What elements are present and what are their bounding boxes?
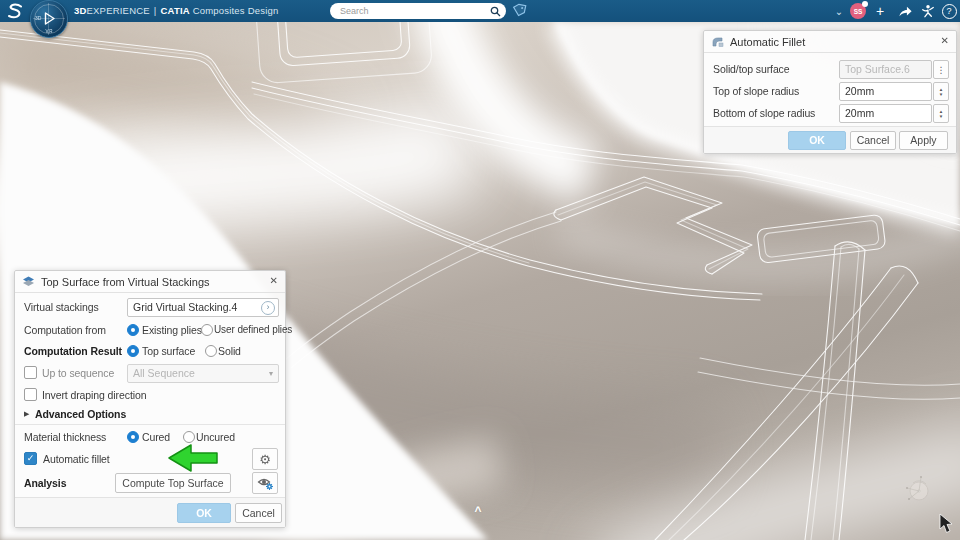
solid-top-surface-label: Solid/top surface xyxy=(713,63,790,75)
automatic-fillet-checkbox[interactable]: ✓ xyxy=(24,452,37,465)
close-icon[interactable]: ✕ xyxy=(270,275,278,286)
up-to-sequence-checkbox[interactable] xyxy=(24,366,37,379)
solid-top-surface-selector[interactable]: ⋮ xyxy=(933,60,949,79)
bottom-slope-radius-label: Bottom of slope radius xyxy=(713,107,815,119)
radio-existing-plies[interactable] xyxy=(127,324,139,336)
cured-label[interactable]: Cured xyxy=(142,431,170,443)
analysis-label: Analysis xyxy=(24,477,66,489)
cancel-button[interactable]: Cancel xyxy=(235,503,282,523)
eye-gear-icon xyxy=(257,476,274,491)
brand-app-name: Composites Design xyxy=(193,5,279,16)
compass-widget[interactable]: 3D V.R xyxy=(30,0,68,38)
spinner-down-icon[interactable]: ▼ xyxy=(939,92,943,97)
brand-catia: CATIA xyxy=(160,5,189,16)
advanced-options-expander-icon[interactable]: ▶ xyxy=(24,410,29,418)
spinner-down-icon[interactable]: ▼ xyxy=(939,114,943,119)
user-defined-plies-label[interactable]: User defined plies xyxy=(214,324,292,335)
uncured-label[interactable]: Uncured xyxy=(196,431,235,443)
close-icon[interactable]: ✕ xyxy=(941,35,949,46)
avatar-initials: SS xyxy=(854,8,863,15)
ok-button[interactable]: OK xyxy=(177,503,231,523)
help-icon[interactable]: ? xyxy=(941,0,957,22)
top-surface-dialog: Top Surface from Virtual Stackings ✕ Vir… xyxy=(14,270,286,528)
apply-button[interactable]: Apply xyxy=(899,131,948,150)
user-avatar[interactable]: SS xyxy=(850,3,866,19)
expand-actionbar-chevron-icon[interactable]: ^ xyxy=(470,504,486,518)
bottom-slope-radius-stepper[interactable]: ▲ ▼ xyxy=(933,104,949,123)
search-bar[interactable] xyxy=(330,3,506,19)
collaboration-icon[interactable] xyxy=(919,0,937,22)
app-title: 3DEXPERIENCE|CATIA Composites Design xyxy=(74,0,278,22)
chevron-down-icon[interactable]: ⌄ xyxy=(832,0,846,22)
fillet-dialog-title: Automatic Fillet xyxy=(730,36,805,48)
sequence-dropdown[interactable]: All Sequence ▾ xyxy=(127,364,279,383)
radio-cured[interactable] xyxy=(127,431,139,443)
virtual-stackings-value: Grid Virtual Stacking.4 xyxy=(133,301,237,313)
check-icon: ✓ xyxy=(27,453,35,463)
automatic-fillet-dialog: Automatic Fillet ✕ Solid/top surface Top… xyxy=(703,30,957,154)
computation-result-label: Computation Result xyxy=(24,345,122,357)
existing-plies-label[interactable]: Existing plies xyxy=(142,324,202,336)
top-surface-dialog-titlebar[interactable]: Top Surface from Virtual Stackings ✕ xyxy=(15,271,285,293)
green-highlight-arrow xyxy=(167,443,219,477)
brand-experience: EXPERIENCE xyxy=(87,5,150,16)
share-icon[interactable] xyxy=(896,0,914,22)
notification-dot xyxy=(862,1,868,7)
virtual-stacking-dialog-icon xyxy=(22,275,35,288)
sequence-dropdown-value: All Sequence xyxy=(133,367,195,379)
fillet-dialog-footer: OK Cancel Apply xyxy=(704,126,956,153)
invert-draping-label[interactable]: Invert draping direction xyxy=(42,389,146,401)
brand-3d: 3D xyxy=(74,5,87,16)
compass-3d-label: 3D xyxy=(35,15,41,21)
radio-top-surface[interactable] xyxy=(127,345,139,357)
search-icon[interactable] xyxy=(490,6,501,17)
top-bar: 3DEXPERIENCE|CATIA Composites Design ⌄ S… xyxy=(0,0,960,22)
invert-draping-checkbox[interactable] xyxy=(24,388,37,401)
ok-button[interactable]: OK xyxy=(788,131,846,150)
divider xyxy=(15,424,285,425)
bottom-slope-radius-field[interactable]: 20mm xyxy=(839,104,932,123)
radio-uncured[interactable] xyxy=(183,431,195,443)
analysis-display-button[interactable] xyxy=(252,472,278,494)
cancel-button[interactable]: Cancel xyxy=(850,131,896,150)
radio-solid[interactable] xyxy=(205,345,217,357)
selection-list-icon[interactable]: › xyxy=(261,301,275,315)
search-input[interactable] xyxy=(330,4,490,18)
solid-option-label[interactable]: Solid xyxy=(218,345,241,357)
top-slope-radius-label: Top of slope radius xyxy=(713,85,799,97)
virtual-stackings-label: Virtual stackings xyxy=(24,301,99,313)
virtual-stackings-field[interactable]: Grid Virtual Stacking.4 › xyxy=(127,298,279,317)
computation-from-label: Computation from xyxy=(24,324,106,336)
automatic-fillet-dialog-titlebar[interactable]: Automatic Fillet ✕ xyxy=(704,31,956,53)
radio-user-defined-plies[interactable] xyxy=(201,324,213,336)
help-glyph: ? xyxy=(942,4,957,19)
fillet-dialog-icon xyxy=(711,35,724,48)
add-content-button[interactable]: + xyxy=(872,0,888,22)
automatic-fillet-label[interactable]: Automatic fillet xyxy=(43,453,110,465)
gear-icon: ⚙ xyxy=(259,453,271,466)
dropdown-arrow-icon: ▾ xyxy=(269,365,273,382)
solid-top-surface-field[interactable]: Top Surface.6 xyxy=(839,60,932,79)
top-slope-radius-field[interactable]: 20mm xyxy=(839,82,932,101)
tag-icon[interactable] xyxy=(511,3,527,23)
top-surface-option-label[interactable]: Top surface xyxy=(142,345,195,357)
up-to-sequence-label[interactable]: Up to sequence xyxy=(42,367,114,379)
material-thickness-label: Material thickness xyxy=(24,431,106,443)
top-slope-radius-stepper[interactable]: ▲ ▼ xyxy=(933,82,949,101)
3ds-logo-icon[interactable] xyxy=(6,3,24,23)
compass-vr-label: V.R xyxy=(31,29,67,34)
top-surface-dialog-footer: OK Cancel xyxy=(15,497,285,527)
fillet-settings-button[interactable]: ⚙ xyxy=(252,448,278,470)
advanced-options-label[interactable]: Advanced Options xyxy=(35,408,126,420)
top-surface-dialog-title: Top Surface from Virtual Stackings xyxy=(41,276,210,288)
brand-separator: | xyxy=(154,5,157,16)
